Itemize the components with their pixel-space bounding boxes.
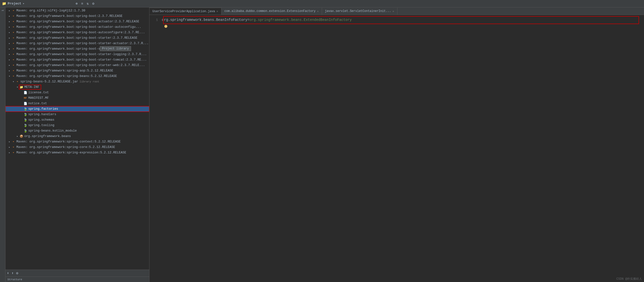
tree-item-spring-factories[interactable]: 🍃 spring.factories: [6, 106, 149, 112]
tree-item-spring-beans[interactable]: ▪ Maven: org.springframework:spring-bean…: [6, 74, 149, 79]
maven-icon-autoconfigure: ▪: [12, 30, 16, 34]
tree-item-license[interactable]: 📄 license.txt: [6, 90, 149, 95]
code-content-1: org.springframework.beans.BeanInfoFactor…: [162, 18, 352, 22]
label-starter-tomcat: Maven: org.springframework.boot:spring-b…: [16, 58, 147, 62]
tab-servlet-container[interactable]: javax.servlet.ServletContainerInit... ✕: [322, 8, 398, 15]
project-chevron-icon[interactable]: ▾: [23, 2, 24, 5]
label-spring-aop: Maven: org.springframework:spring-aop:5.…: [16, 69, 113, 72]
tree-item-starter-actuator[interactable]: ▪ Maven: org.springframework.boot:spring…: [6, 41, 149, 46]
maven-icon-starter-logging: ▪: [12, 52, 16, 56]
label-spring-core: Maven: org.springframework:spring-core:5…: [16, 146, 115, 149]
arrow-spring-aop: [8, 69, 12, 73]
arrow-spring-beans: [8, 74, 12, 78]
maven-icon-spring-core: ▪: [12, 145, 16, 149]
tree-item-spring-beans-jar[interactable]: ▪ spring-beans-5.2.12.RELEASE.jar librar…: [6, 79, 149, 84]
tree-item-spring-core[interactable]: ▪ Maven: org.springframework:spring-core…: [6, 144, 149, 150]
label-starter-web: Maven: org.springframework.boot:spring-b…: [16, 64, 145, 67]
pkg-icon-beans: 📦: [19, 134, 23, 138]
tab-label-user-service: UserServiceProviderApplication.java: [152, 10, 215, 13]
code-value-extended: org.springframework.beans.ExtendedBeanIn…: [250, 18, 352, 22]
tree-item-manifest[interactable]: MF MANIFEST.MF: [6, 95, 149, 101]
tree-item-spring-tooling[interactable]: 🍃 spring.tooling: [6, 123, 149, 128]
tab-close-user-service[interactable]: ✕: [216, 10, 218, 13]
tab-label-extension-factory: com.alibaba.dubbo.common.extension.Exten…: [224, 10, 316, 13]
tree-item-org-beans-pkg[interactable]: 📦 org.springframework.beans: [6, 134, 149, 139]
tree-item-spring-context[interactable]: ▪ Maven: org.springframework:spring-cont…: [6, 139, 149, 144]
tree-item-spring-expression[interactable]: ▪ Maven: org.springframework:spring-expr…: [6, 150, 149, 156]
tree-item-starter-jsc[interactable]: ▪ Maven: org.springframework.boot:spring…: [6, 46, 149, 52]
label-slf4j: Maven: org.slf4j:slf4j-log4j12:1.7.30: [16, 9, 86, 12]
tab-user-service[interactable]: UserServiceProviderApplication.java ✕: [150, 8, 222, 15]
tree-item-spring-schemas[interactable]: 🍃 spring.schemas: [6, 117, 149, 123]
code-key-bean-info: org.springframework.beans.BeanInfoFactor…: [162, 18, 247, 22]
sort-icon[interactable]: ≡: [81, 2, 83, 6]
label-starter-actuator: Maven: org.springframework.boot:spring-b…: [16, 42, 149, 45]
tree-item-starter-tomcat[interactable]: ▪ Maven: org.springframework.boot:spring…: [6, 57, 149, 62]
arrow-starter-logging: [8, 52, 12, 56]
tree-item-starter[interactable]: ▪ Maven: org.springframework.boot:spring…: [6, 35, 149, 41]
tooltip-text: Project library: [102, 47, 129, 50]
label-spring-schemas: spring.schemas: [28, 118, 54, 122]
equalizer-icon[interactable]: ⊕: [76, 2, 78, 6]
maven-icon-starter-web: ▪: [12, 63, 16, 67]
panel-icon-3[interactable]: ⚙: [16, 271, 18, 275]
title-bar: 📁 Project ▾ ⊕ ≡ ⇅ ⚙: [0, 0, 644, 8]
arrow-starter-tomcat: [8, 58, 12, 62]
label-spring-tooling: spring.tooling: [28, 124, 54, 127]
arrow-starter-actuator: [8, 42, 12, 46]
tab-label-servlet-container: javax.servlet.ServletContainerInit...: [325, 10, 391, 13]
tab-extension-factory[interactable]: com.alibaba.dubbo.common.extension.Exten…: [222, 8, 322, 15]
label-notice: notice.txt: [28, 102, 47, 105]
arrow-slf4j: [8, 9, 12, 13]
tree-item-meta-inf[interactable]: 📁 META-INF: [6, 84, 149, 90]
maven-icon-actuator-auto: ▪: [12, 25, 16, 29]
tab-close-servlet-container[interactable]: ✕: [392, 10, 394, 13]
tree-item-actuator-auto[interactable]: ▪ Maven: org.springframework.boot:spring…: [6, 24, 149, 30]
arrow-kotlin-module: [19, 129, 23, 133]
tree-item-autoconfigure[interactable]: ▪ Maven: org.springframework.boot:spring…: [6, 30, 149, 35]
tree-item-starter-web[interactable]: ▪ Maven: org.springframework.boot:spring…: [6, 62, 149, 68]
library-root-tag: library root: [80, 80, 99, 83]
arrow-spring-core: [8, 145, 12, 149]
label-actuator-auto: Maven: org.springframework.boot:spring-b…: [16, 25, 141, 29]
tree-item-spring-handlers[interactable]: 🍃 spring.handlers: [6, 112, 149, 117]
tree-item-actuator[interactable]: ▪ Maven: org.springframework.boot:spring…: [6, 19, 149, 24]
label-spring-factories: spring.factories: [28, 107, 58, 111]
spring-icon-handlers: 🍃: [23, 112, 27, 116]
arrow-spring-schemas: [19, 118, 23, 122]
maven-icon-spring-context: ▪: [12, 140, 16, 144]
main-layout: 1 ▪ Maven: org.slf4j:slf4j-log4j12:1.7.3…: [0, 8, 644, 282]
code-line-1: 1 org.springframework.beans.BeanInfoFact…: [150, 17, 644, 23]
tree-item-spring-boot[interactable]: ▪ Maven: org.springframework.boot:spring…: [6, 14, 149, 19]
editor-area: UserServiceProviderApplication.java ✕ co…: [150, 8, 644, 282]
title-bar-icons: ⊕ ≡ ⇅ ⚙: [76, 2, 94, 6]
tree-item-starter-logging[interactable]: ▪ Maven: org.springframework.boot:spring…: [6, 52, 149, 57]
tree-item-spring-aop[interactable]: ▪ Maven: org.springframework:spring-aop:…: [6, 68, 149, 74]
filter-icon[interactable]: ⇅: [87, 2, 89, 6]
label-starter-logging: Maven: org.springframework.boot:spring-b…: [16, 53, 147, 56]
panel-icon-2[interactable]: ⬆: [12, 271, 14, 275]
arrow-actuator: [8, 20, 12, 24]
line-number-1: 1: [150, 18, 162, 22]
structure-label[interactable]: Structure: [8, 278, 22, 281]
maven-icon-starter-jsc: ▪: [12, 47, 16, 51]
yellow-dot: [163, 25, 167, 29]
label-spring-handlers: spring.handlers: [28, 113, 56, 116]
arrow-notice: [19, 102, 23, 106]
tab-close-extension-factory[interactable]: ✕: [317, 10, 319, 13]
maven-icon-starter-actuator: ▪: [12, 42, 16, 46]
panel-icon-1[interactable]: ⬇: [7, 271, 9, 275]
arrow-starter-web: [8, 63, 12, 67]
arrow-spring-factories: [19, 107, 23, 111]
settings-icon[interactable]: ⚙: [92, 2, 94, 6]
arrow-starter: [8, 36, 12, 40]
jar-icon: ▪: [16, 80, 19, 84]
tree-container[interactable]: ▪ Maven: org.slf4j:slf4j-log4j12:1.7.30 …: [6, 8, 149, 270]
label-spring-beans-jar: spring-beans-5.2.12.RELEASE.jar: [20, 80, 78, 84]
tree-item-slf4j[interactable]: ▪ Maven: org.slf4j:slf4j-log4j12:1.7.30: [6, 8, 149, 14]
tree-item-kotlin-module[interactable]: 🍃 spring-beans.kotlin_module: [6, 128, 149, 134]
tree-item-notice[interactable]: 📄 notice.txt: [6, 101, 149, 106]
spring-icon-factories: 🍃: [23, 107, 27, 111]
arrow-spring-boot: [8, 14, 12, 18]
arrow-meta-inf: [16, 85, 19, 89]
